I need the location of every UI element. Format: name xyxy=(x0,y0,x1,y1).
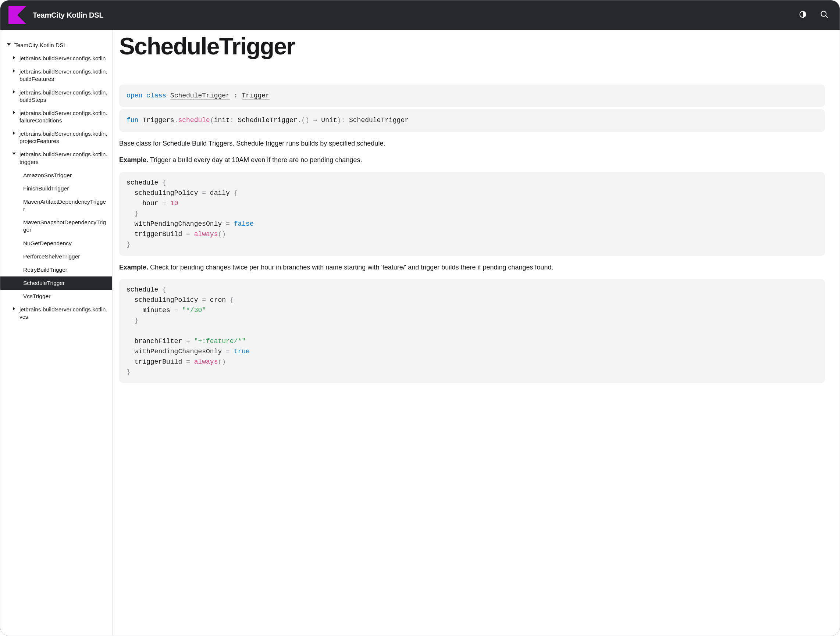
app-header: TeamCity Kotlin DSL xyxy=(0,0,840,30)
sidebar-item-label: MavenSnapshotDependencyTrigger xyxy=(23,219,108,234)
sidebar-item-label: jetbrains.buildServer.configs.kotlin xyxy=(19,55,106,62)
chevron-right-icon xyxy=(11,131,17,135)
sidebar-item-label: jetbrains.buildServer.configs.kotlin.fai… xyxy=(19,110,108,124)
search-button[interactable] xyxy=(817,8,832,22)
sidebar-item-label: FinishBuildTrigger xyxy=(23,185,69,192)
sidebar-item-label: jetbrains.buildServer.configs.kotlin.pro… xyxy=(19,130,108,145)
sidebar-package-vcs[interactable]: jetbrains.buildServer.configs.kotlin.vcs xyxy=(0,303,112,324)
chevron-right-icon xyxy=(11,90,17,94)
sidebar-package-triggers[interactable]: jetbrains.buildServer.configs.kotlin.tri… xyxy=(0,148,112,168)
svg-marker-11 xyxy=(13,307,15,311)
svg-marker-6 xyxy=(13,69,15,73)
sidebar-item-label: NuGetDependency xyxy=(23,240,72,247)
sidebar-class[interactable]: NuGetDependency xyxy=(0,237,112,250)
sidebar-package[interactable]: jetbrains.buildServer.configs.kotlin.fai… xyxy=(0,107,112,127)
page-title: ScheduleTrigger xyxy=(119,34,825,59)
type-link[interactable]: ScheduleTrigger xyxy=(238,117,297,124)
main-content: ScheduleTrigger open class ScheduleTrigg… xyxy=(112,30,840,636)
type-link[interactable]: ScheduleTrigger xyxy=(170,92,230,99)
sidebar-class[interactable]: PerforceShelveTrigger xyxy=(0,250,112,263)
sidebar-item-label: jetbrains.buildServer.configs.kotlin.vcs xyxy=(19,306,108,320)
sidebar-item-label: jetbrains.buildServer.configs.kotlin.bui… xyxy=(19,89,108,104)
sidebar-class[interactable]: VcsTrigger xyxy=(0,290,112,303)
type-link[interactable]: Unit xyxy=(321,117,337,124)
code-example-1: schedule { schedulingPolicy = daily { ho… xyxy=(119,172,825,256)
chevron-down-icon xyxy=(6,43,11,46)
signature-fun: fun Triggers.schedule(init: ScheduleTrig… xyxy=(119,109,825,132)
sidebar-class[interactable]: MavenArtifactDependencyTrigger xyxy=(0,195,112,216)
chevron-right-icon xyxy=(11,307,17,311)
sidebar-item-label: RetryBuildTrigger xyxy=(23,266,67,273)
chevron-down-icon xyxy=(11,152,17,156)
sidebar-item-label: TeamCity Kotlin DSL xyxy=(14,41,66,49)
chevron-right-icon xyxy=(11,69,17,73)
doc-link[interactable]: Schedule Build Triggers xyxy=(163,140,232,147)
search-icon xyxy=(820,10,829,20)
svg-marker-4 xyxy=(7,43,11,46)
code-example-2: schedule { schedulingPolicy = cron { min… xyxy=(119,279,825,383)
chevron-right-icon xyxy=(11,110,17,114)
sidebar-item-label: jetbrains.buildServer.configs.kotlin.tri… xyxy=(19,151,108,166)
sidebar-item-label: MavenArtifactDependencyTrigger xyxy=(23,198,108,213)
type-link[interactable]: ScheduleTrigger xyxy=(349,117,409,124)
sidebar: TeamCity Kotlin DSL jetbrains.buildServe… xyxy=(0,30,112,636)
theme-toggle-button[interactable] xyxy=(796,8,810,22)
sidebar-item-label: AmazonSnsTrigger xyxy=(23,172,72,179)
sidebar-package[interactable]: jetbrains.buildServer.configs.kotlin.bui… xyxy=(0,86,112,107)
product-title: TeamCity Kotlin DSL xyxy=(33,11,104,19)
sidebar-package[interactable]: jetbrains.buildServer.configs.kotlin.bui… xyxy=(0,65,112,86)
type-link[interactable]: Trigger xyxy=(242,92,270,99)
svg-marker-10 xyxy=(12,153,16,155)
sidebar-class[interactable]: FinishBuildTrigger xyxy=(0,182,112,195)
description: Base class for Schedule Build Triggers. … xyxy=(119,139,825,149)
sidebar-package[interactable]: jetbrains.buildServer.configs.kotlin.pro… xyxy=(0,127,112,148)
example-1-heading: Example. Trigger a build every day at 10… xyxy=(119,155,825,166)
sidebar-item-label: PerforceShelveTrigger xyxy=(23,253,80,260)
chevron-right-icon xyxy=(11,56,17,60)
sidebar-class[interactable]: ScheduleTrigger xyxy=(0,276,112,290)
svg-marker-8 xyxy=(13,110,15,114)
sidebar-item-label: jetbrains.buildServer.configs.kotlin.bui… xyxy=(19,68,108,83)
sidebar-class[interactable]: MavenSnapshotDependencyTrigger xyxy=(0,216,112,237)
sidebar-class[interactable]: RetryBuildTrigger xyxy=(0,263,112,276)
type-link[interactable]: Triggers xyxy=(142,117,174,124)
sidebar-root[interactable]: TeamCity Kotlin DSL xyxy=(0,39,112,52)
svg-marker-0 xyxy=(8,6,26,24)
kotlin-icon xyxy=(8,6,26,24)
signature-class: open class ScheduleTrigger : Trigger xyxy=(119,85,825,107)
function-link[interactable]: schedule xyxy=(178,117,210,124)
sidebar-item-label: VcsTrigger xyxy=(23,293,51,300)
contrast-icon xyxy=(799,10,807,20)
example-2-heading: Example. Check for pending changes twice… xyxy=(119,262,825,273)
svg-marker-7 xyxy=(13,90,15,94)
svg-marker-9 xyxy=(13,131,15,135)
svg-line-3 xyxy=(826,16,828,18)
sidebar-item-label: ScheduleTrigger xyxy=(23,279,65,287)
logo[interactable]: TeamCity Kotlin DSL xyxy=(8,6,104,24)
sidebar-package[interactable]: jetbrains.buildServer.configs.kotlin xyxy=(0,52,112,65)
sidebar-class[interactable]: AmazonSnsTrigger xyxy=(0,169,112,182)
svg-marker-5 xyxy=(13,56,15,60)
